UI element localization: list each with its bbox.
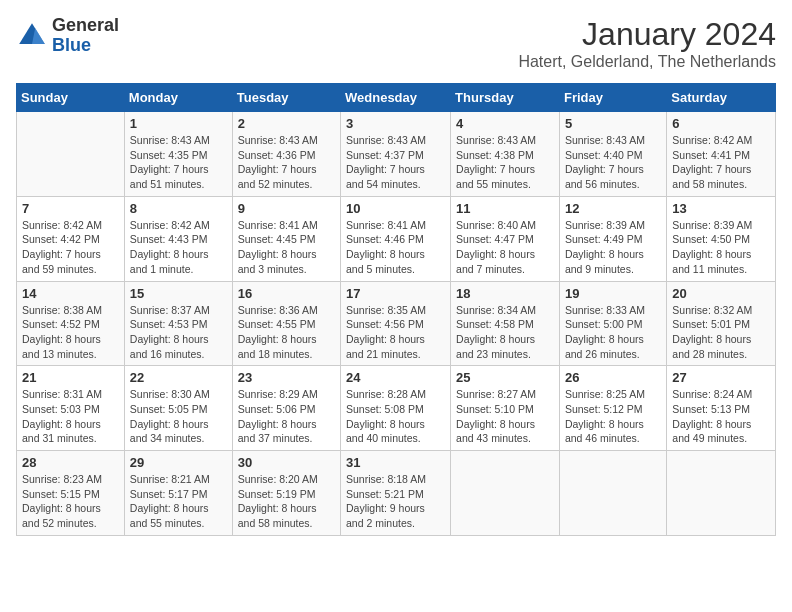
day-number: 22 — [130, 370, 227, 385]
day-info: Sunrise: 8:43 AM Sunset: 4:38 PM Dayligh… — [456, 133, 554, 192]
calendar-cell: 24Sunrise: 8:28 AM Sunset: 5:08 PM Dayli… — [341, 366, 451, 451]
day-info: Sunrise: 8:37 AM Sunset: 4:53 PM Dayligh… — [130, 303, 227, 362]
day-number: 20 — [672, 286, 770, 301]
day-number: 17 — [346, 286, 445, 301]
day-info: Sunrise: 8:43 AM Sunset: 4:37 PM Dayligh… — [346, 133, 445, 192]
calendar-cell: 30Sunrise: 8:20 AM Sunset: 5:19 PM Dayli… — [232, 451, 340, 536]
logo-general-text: General — [52, 16, 119, 36]
day-number: 19 — [565, 286, 661, 301]
day-info: Sunrise: 8:41 AM Sunset: 4:45 PM Dayligh… — [238, 218, 335, 277]
calendar-cell: 12Sunrise: 8:39 AM Sunset: 4:49 PM Dayli… — [559, 196, 666, 281]
main-title: January 2024 — [518, 16, 776, 53]
header-day-saturday: Saturday — [667, 84, 776, 112]
calendar-cell: 7Sunrise: 8:42 AM Sunset: 4:42 PM Daylig… — [17, 196, 125, 281]
day-number: 13 — [672, 201, 770, 216]
logo-icon — [16, 20, 48, 52]
day-info: Sunrise: 8:41 AM Sunset: 4:46 PM Dayligh… — [346, 218, 445, 277]
logo-text: General Blue — [52, 16, 119, 56]
day-info: Sunrise: 8:23 AM Sunset: 5:15 PM Dayligh… — [22, 472, 119, 531]
calendar-cell: 20Sunrise: 8:32 AM Sunset: 5:01 PM Dayli… — [667, 281, 776, 366]
day-info: Sunrise: 8:34 AM Sunset: 4:58 PM Dayligh… — [456, 303, 554, 362]
week-row-1: 7Sunrise: 8:42 AM Sunset: 4:42 PM Daylig… — [17, 196, 776, 281]
day-info: Sunrise: 8:24 AM Sunset: 5:13 PM Dayligh… — [672, 387, 770, 446]
title-block: January 2024 Hatert, Gelderland, The Net… — [518, 16, 776, 71]
day-info: Sunrise: 8:36 AM Sunset: 4:55 PM Dayligh… — [238, 303, 335, 362]
day-info: Sunrise: 8:21 AM Sunset: 5:17 PM Dayligh… — [130, 472, 227, 531]
day-info: Sunrise: 8:30 AM Sunset: 5:05 PM Dayligh… — [130, 387, 227, 446]
day-info: Sunrise: 8:42 AM Sunset: 4:41 PM Dayligh… — [672, 133, 770, 192]
calendar-cell — [17, 112, 125, 197]
header-day-thursday: Thursday — [451, 84, 560, 112]
day-info: Sunrise: 8:18 AM Sunset: 5:21 PM Dayligh… — [346, 472, 445, 531]
day-info: Sunrise: 8:32 AM Sunset: 5:01 PM Dayligh… — [672, 303, 770, 362]
week-row-4: 28Sunrise: 8:23 AM Sunset: 5:15 PM Dayli… — [17, 451, 776, 536]
day-number: 3 — [346, 116, 445, 131]
day-number: 16 — [238, 286, 335, 301]
day-info: Sunrise: 8:33 AM Sunset: 5:00 PM Dayligh… — [565, 303, 661, 362]
calendar-cell: 1Sunrise: 8:43 AM Sunset: 4:35 PM Daylig… — [124, 112, 232, 197]
day-number: 30 — [238, 455, 335, 470]
day-number: 12 — [565, 201, 661, 216]
calendar-cell — [667, 451, 776, 536]
logo: General Blue — [16, 16, 119, 56]
week-row-2: 14Sunrise: 8:38 AM Sunset: 4:52 PM Dayli… — [17, 281, 776, 366]
day-info: Sunrise: 8:42 AM Sunset: 4:43 PM Dayligh… — [130, 218, 227, 277]
calendar-table: SundayMondayTuesdayWednesdayThursdayFrid… — [16, 83, 776, 536]
subtitle: Hatert, Gelderland, The Netherlands — [518, 53, 776, 71]
calendar-cell: 21Sunrise: 8:31 AM Sunset: 5:03 PM Dayli… — [17, 366, 125, 451]
calendar-cell: 16Sunrise: 8:36 AM Sunset: 4:55 PM Dayli… — [232, 281, 340, 366]
calendar-cell: 26Sunrise: 8:25 AM Sunset: 5:12 PM Dayli… — [559, 366, 666, 451]
day-number: 4 — [456, 116, 554, 131]
day-number: 11 — [456, 201, 554, 216]
header-row: SundayMondayTuesdayWednesdayThursdayFrid… — [17, 84, 776, 112]
day-number: 18 — [456, 286, 554, 301]
calendar-cell: 25Sunrise: 8:27 AM Sunset: 5:10 PM Dayli… — [451, 366, 560, 451]
day-info: Sunrise: 8:35 AM Sunset: 4:56 PM Dayligh… — [346, 303, 445, 362]
day-info: Sunrise: 8:43 AM Sunset: 4:40 PM Dayligh… — [565, 133, 661, 192]
calendar-cell: 15Sunrise: 8:37 AM Sunset: 4:53 PM Dayli… — [124, 281, 232, 366]
calendar-cell: 19Sunrise: 8:33 AM Sunset: 5:00 PM Dayli… — [559, 281, 666, 366]
day-number: 26 — [565, 370, 661, 385]
calendar-body: 1Sunrise: 8:43 AM Sunset: 4:35 PM Daylig… — [17, 112, 776, 536]
day-number: 2 — [238, 116, 335, 131]
day-number: 9 — [238, 201, 335, 216]
calendar-cell: 27Sunrise: 8:24 AM Sunset: 5:13 PM Dayli… — [667, 366, 776, 451]
calendar-cell: 28Sunrise: 8:23 AM Sunset: 5:15 PM Dayli… — [17, 451, 125, 536]
header-day-sunday: Sunday — [17, 84, 125, 112]
week-row-0: 1Sunrise: 8:43 AM Sunset: 4:35 PM Daylig… — [17, 112, 776, 197]
calendar-cell: 14Sunrise: 8:38 AM Sunset: 4:52 PM Dayli… — [17, 281, 125, 366]
week-row-3: 21Sunrise: 8:31 AM Sunset: 5:03 PM Dayli… — [17, 366, 776, 451]
day-number: 23 — [238, 370, 335, 385]
logo-blue-text: Blue — [52, 36, 119, 56]
day-info: Sunrise: 8:40 AM Sunset: 4:47 PM Dayligh… — [456, 218, 554, 277]
day-number: 31 — [346, 455, 445, 470]
day-number: 29 — [130, 455, 227, 470]
day-number: 6 — [672, 116, 770, 131]
calendar-cell: 4Sunrise: 8:43 AM Sunset: 4:38 PM Daylig… — [451, 112, 560, 197]
day-number: 1 — [130, 116, 227, 131]
day-info: Sunrise: 8:20 AM Sunset: 5:19 PM Dayligh… — [238, 472, 335, 531]
day-number: 15 — [130, 286, 227, 301]
calendar-cell: 10Sunrise: 8:41 AM Sunset: 4:46 PM Dayli… — [341, 196, 451, 281]
day-info: Sunrise: 8:42 AM Sunset: 4:42 PM Dayligh… — [22, 218, 119, 277]
day-info: Sunrise: 8:39 AM Sunset: 4:50 PM Dayligh… — [672, 218, 770, 277]
day-info: Sunrise: 8:43 AM Sunset: 4:36 PM Dayligh… — [238, 133, 335, 192]
calendar-cell: 22Sunrise: 8:30 AM Sunset: 5:05 PM Dayli… — [124, 366, 232, 451]
calendar-cell: 2Sunrise: 8:43 AM Sunset: 4:36 PM Daylig… — [232, 112, 340, 197]
calendar-cell: 13Sunrise: 8:39 AM Sunset: 4:50 PM Dayli… — [667, 196, 776, 281]
day-info: Sunrise: 8:29 AM Sunset: 5:06 PM Dayligh… — [238, 387, 335, 446]
day-info: Sunrise: 8:27 AM Sunset: 5:10 PM Dayligh… — [456, 387, 554, 446]
calendar-cell: 8Sunrise: 8:42 AM Sunset: 4:43 PM Daylig… — [124, 196, 232, 281]
calendar-cell — [559, 451, 666, 536]
day-number: 28 — [22, 455, 119, 470]
calendar-cell: 9Sunrise: 8:41 AM Sunset: 4:45 PM Daylig… — [232, 196, 340, 281]
header-day-monday: Monday — [124, 84, 232, 112]
header-day-friday: Friday — [559, 84, 666, 112]
calendar-cell: 11Sunrise: 8:40 AM Sunset: 4:47 PM Dayli… — [451, 196, 560, 281]
calendar-cell: 3Sunrise: 8:43 AM Sunset: 4:37 PM Daylig… — [341, 112, 451, 197]
calendar-cell: 23Sunrise: 8:29 AM Sunset: 5:06 PM Dayli… — [232, 366, 340, 451]
day-info: Sunrise: 8:25 AM Sunset: 5:12 PM Dayligh… — [565, 387, 661, 446]
day-number: 10 — [346, 201, 445, 216]
day-info: Sunrise: 8:38 AM Sunset: 4:52 PM Dayligh… — [22, 303, 119, 362]
day-number: 27 — [672, 370, 770, 385]
